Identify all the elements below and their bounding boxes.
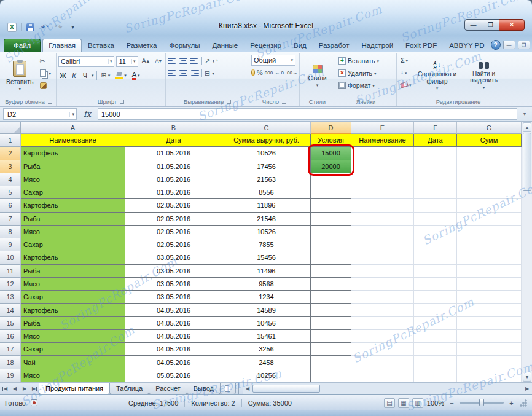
cell-D16[interactable] (311, 330, 351, 343)
workbook-restore-button[interactable]: ❐ (518, 41, 530, 49)
cell-F13[interactable] (414, 291, 457, 304)
cell-F10[interactable] (414, 251, 457, 264)
increase-decimal-icon[interactable]: ←.0 (275, 70, 284, 76)
ribbon-tab-Foxit PDF[interactable]: Foxit PDF (399, 39, 443, 52)
view-page-layout-button[interactable]: ▦ (398, 398, 409, 408)
row-header-10[interactable]: 10 (0, 251, 21, 264)
cell-B7[interactable]: 02.05.2016 (125, 213, 222, 226)
cell-C11[interactable]: 11496 (222, 265, 311, 278)
column-header-A[interactable]: A (21, 122, 125, 134)
cell-C6[interactable]: 11896 (222, 199, 311, 212)
cell-G15[interactable] (457, 317, 522, 330)
cell-A3[interactable]: Рыба (21, 160, 125, 173)
ribbon-tab-Разметка[interactable]: Разметка (120, 39, 163, 52)
previous-sheet-button[interactable]: ◀ (10, 383, 20, 394)
column-header-F[interactable]: F (414, 122, 457, 134)
italic-button[interactable]: К (69, 70, 79, 80)
row-header-14[interactable]: 14 (0, 304, 21, 316)
cell-C8[interactable]: 10526 (222, 226, 311, 238)
cell-G11[interactable] (457, 265, 522, 278)
currency-icon[interactable] (251, 69, 255, 76)
scroll-right-icon[interactable]: ▶ (522, 386, 532, 391)
cell-B11[interactable]: 03.05.2016 (125, 265, 222, 278)
cell-B6[interactable]: 02.05.2016 (125, 199, 222, 212)
cell-D5[interactable] (311, 186, 351, 199)
cell-F7[interactable] (414, 213, 457, 226)
dialog-launcher-icon[interactable] (282, 100, 286, 104)
row-header-18[interactable]: 18 (0, 356, 21, 369)
cell-B10[interactable]: 03.05.2016 (125, 251, 222, 264)
ribbon-tab-Вставка[interactable]: Вставка (82, 39, 120, 52)
cell-E10[interactable] (351, 251, 414, 264)
zoom-slider[interactable] (460, 402, 504, 404)
sort-filter-button[interactable]: АЯ↓ Сортировка и фильтр ▾ (415, 54, 460, 97)
sheet-tab-Таблица[interactable]: Таблица (109, 383, 149, 394)
cell-D1[interactable]: Условия (311, 134, 351, 147)
cell-F2[interactable] (414, 147, 457, 160)
fill-button[interactable]: ↓▾ (399, 67, 413, 78)
cell-F5[interactable] (414, 186, 457, 199)
cell-F15[interactable] (414, 317, 457, 330)
font-color-button[interactable]: А▾ (130, 70, 142, 81)
font-name-select[interactable]: Calibri▾ (58, 56, 114, 67)
cell-F9[interactable] (414, 238, 457, 251)
cell-B12[interactable]: 03.05.2016 (125, 278, 222, 291)
maximize-button[interactable]: ❐ (482, 19, 499, 31)
delete-cells-button[interactable]: ×Удалить▾ (337, 67, 394, 79)
zoom-slider-thumb[interactable] (479, 399, 484, 406)
cell-B15[interactable]: 04.05.2016 (125, 317, 222, 330)
help-button[interactable]: ? (491, 40, 501, 50)
tab-splitter[interactable] (238, 383, 243, 394)
minimize-button[interactable]: — (464, 19, 482, 31)
name-box[interactable]: D2▾ (3, 108, 77, 120)
ribbon-tab-Разработ[interactable]: Разработ (313, 39, 356, 52)
cell-E13[interactable] (351, 291, 414, 304)
cell-F4[interactable] (414, 173, 457, 186)
insert-worksheet-button[interactable] (220, 383, 236, 394)
row-header-1[interactable]: 1 (0, 134, 21, 147)
comma-style-icon[interactable]: 000 (265, 70, 273, 76)
cell-A10[interactable]: Картофель (21, 251, 125, 264)
cell-B2[interactable]: 01.05.2016 (125, 147, 222, 160)
cell-A4[interactable]: Мясо (21, 173, 125, 186)
view-page-break-button[interactable]: ▥ (412, 398, 423, 408)
row-header-17[interactable]: 17 (0, 343, 21, 356)
cell-B3[interactable]: 01.05.2016 (125, 160, 222, 173)
font-size-select[interactable]: 11▾ (116, 56, 138, 67)
cell-A6[interactable]: Картофель (21, 199, 125, 212)
row-header-11[interactable]: 11 (0, 265, 21, 278)
copy-button[interactable]: ▾ (38, 68, 53, 79)
cell-B9[interactable]: 02.05.2016 (125, 238, 222, 251)
dialog-launcher-icon[interactable] (120, 100, 124, 104)
align-center-icon[interactable] (179, 70, 188, 76)
cell-A14[interactable]: Картофель (21, 304, 125, 316)
cell-E11[interactable] (351, 265, 414, 278)
cell-F1[interactable]: Дата (414, 134, 457, 147)
row-header-13[interactable]: 13 (0, 291, 21, 304)
cell-G3[interactable] (457, 160, 522, 173)
row-header-5[interactable]: 5 (0, 186, 21, 199)
cell-E1[interactable]: Наименование (351, 134, 414, 147)
column-header-B[interactable]: B (125, 122, 222, 134)
view-normal-button[interactable]: ▤ (384, 398, 395, 408)
cell-D14[interactable] (311, 304, 351, 316)
ribbon-tab-Формулы[interactable]: Формулы (163, 39, 206, 52)
cell-E19[interactable] (351, 369, 414, 382)
cell-C9[interactable]: 7855 (222, 238, 311, 251)
column-header-C[interactable]: C (222, 122, 311, 134)
resize-grip[interactable] (519, 399, 527, 407)
format-cells-button[interactable]: Формат▾ (337, 79, 394, 92)
cell-D7[interactable] (311, 213, 351, 226)
zoom-out-button[interactable]: − (448, 399, 456, 407)
grow-font-button[interactable]: A▴ (140, 56, 152, 67)
cell-C16[interactable]: 15461 (222, 330, 311, 343)
cell-A17[interactable]: Сахар (21, 343, 125, 356)
ribbon-tab-Вид[interactable]: Вид (288, 39, 313, 52)
cell-C10[interactable]: 15456 (222, 251, 311, 264)
cell-D10[interactable] (311, 251, 351, 264)
cell-C14[interactable]: 14589 (222, 304, 311, 316)
file-tab[interactable]: Файл (4, 39, 41, 52)
cell-E15[interactable] (351, 317, 414, 330)
row-header-16[interactable]: 16 (0, 330, 21, 343)
cell-E18[interactable] (351, 356, 414, 369)
